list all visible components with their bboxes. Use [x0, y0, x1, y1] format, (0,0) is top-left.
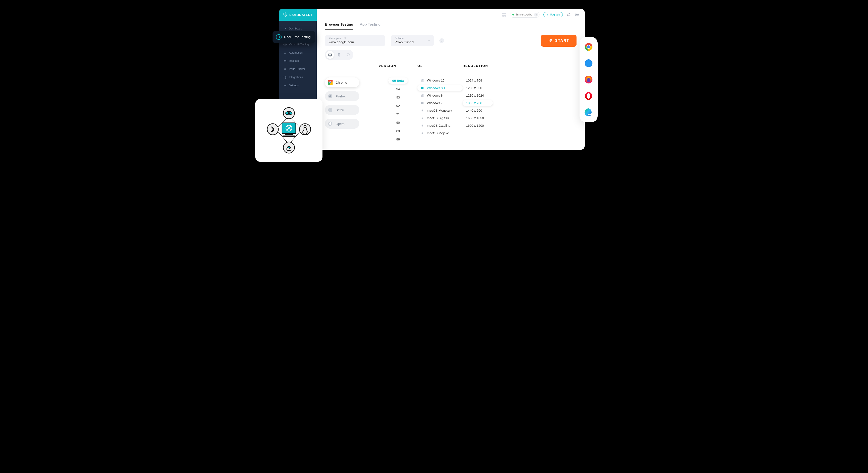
browser-pill-opera[interactable]: Opera [325, 119, 359, 129]
proxy-field-value: Proxy Tunnel [395, 40, 430, 44]
edge-icon[interactable] [584, 107, 593, 117]
sidebar-item-issue-tracker[interactable]: Issue Tracker [279, 65, 317, 73]
selection-grid: ChromeFirefoxSafariOpera 95 Beta94939291… [317, 72, 585, 150]
os-list: Windows 10Windows 8.1Windows 8Windows 7m… [417, 72, 463, 142]
os-item[interactable]: Windows 8.1 [417, 85, 463, 91]
version-item[interactable]: 92 [389, 103, 408, 109]
resolution-item[interactable]: 1280 x 1024 [463, 93, 493, 98]
os-item[interactable]: macOS Monetery [417, 107, 463, 113]
resolution-item[interactable]: 1440 x 900 [463, 107, 493, 113]
version-item[interactable]: 89 [389, 128, 408, 134]
sidebar-item-automation[interactable]: Automation [279, 48, 317, 57]
os-item[interactable]: macOS Catalina [417, 123, 463, 128]
sidebar-item-label: Testlogs [289, 59, 299, 62]
svg-point-17 [329, 95, 331, 97]
realtime-icon [276, 34, 282, 40]
resolution-item[interactable]: 1366 x 768 [463, 100, 493, 106]
tab-app-testing[interactable]: App Testing [360, 22, 381, 30]
brand-name: LAMBDATEST [289, 13, 312, 16]
os-item[interactable]: macOS Mojave [417, 130, 463, 136]
status-dot-icon [513, 14, 514, 15]
resolution-item[interactable]: 1680 x 1050 [463, 115, 493, 121]
svg-rect-11 [329, 54, 332, 56]
os-item[interactable]: Windows 10 [417, 77, 463, 83]
proxy-field[interactable]: Optional Proxy Tunnel [391, 35, 434, 46]
device-mobile[interactable] [335, 51, 343, 59]
version-item[interactable]: 93 [389, 94, 408, 100]
url-field[interactable]: Place your URL www.google.com [325, 35, 385, 46]
brand-logo[interactable]: LAMBDATEST [279, 9, 317, 21]
sidebar-active-flyout[interactable]: Real Time Testing [273, 31, 315, 43]
header-resolution: RESOLUTION [463, 64, 506, 68]
device-desktop[interactable] [326, 51, 334, 59]
svg-rect-34 [285, 134, 293, 135]
desktop-icon [328, 53, 332, 57]
os-item[interactable]: macOS Big Sur [417, 115, 463, 121]
bell-icon[interactable] [567, 12, 571, 17]
opera-icon [328, 121, 333, 127]
sidebar-item-testlogs[interactable]: Testlogs [279, 57, 317, 65]
os-item-label: Windows 8 [427, 94, 443, 97]
device-toggle [325, 50, 353, 60]
header-version: VERSION [379, 64, 417, 68]
tab-browser-testing[interactable]: Browser Testing [325, 22, 353, 30]
apple-icon [421, 124, 424, 127]
svg-point-39 [288, 112, 290, 114]
opera-icon[interactable] [584, 91, 593, 101]
os-item-label: macOS Big Sur [427, 116, 449, 120]
tunnels-status[interactable]: Tunnels Active 3 [510, 12, 539, 18]
sidebar-item-label: Issue Tracker [289, 68, 305, 71]
os-item-label: Windows 7 [427, 101, 443, 105]
sidebar-item-label: Integrations [289, 76, 303, 79]
safari-icon[interactable] [584, 59, 593, 68]
accessibility-diagram-icon [261, 105, 317, 156]
version-item[interactable]: 88 [389, 136, 408, 142]
chrome-icon[interactable] [584, 42, 593, 52]
profile-icon[interactable] [575, 12, 579, 17]
resolution-item[interactable]: 1280 x 800 [463, 85, 493, 91]
url-field-label: Place your URL [329, 37, 381, 40]
windows-icon [421, 87, 424, 90]
sidebar-item-integrations[interactable]: Integrations [279, 73, 317, 81]
version-item[interactable]: 90 [389, 120, 408, 126]
brand-logo-icon [283, 12, 288, 17]
column-headers: VERSION OS RESOLUTION [317, 62, 585, 72]
version-item[interactable]: 95 Beta [389, 77, 408, 84]
firefox-icon[interactable] [584, 75, 593, 84]
apps-grid-icon[interactable] [502, 13, 506, 16]
tunnels-count: 3 [534, 13, 538, 16]
start-button[interactable]: START [541, 35, 577, 47]
gauge-icon [283, 27, 287, 30]
browser-pill-safari[interactable]: Safari [325, 105, 359, 115]
svg-rect-6 [285, 77, 286, 78]
browser-pill-label: Chrome [336, 81, 347, 84]
svg-point-24 [587, 45, 590, 48]
accessibility-card [255, 99, 322, 162]
resolution-item[interactable]: 1600 x 1200 [463, 123, 493, 128]
help-icon[interactable]: ? [439, 38, 444, 43]
resolution-list: 1024 x 7681280 x 8001280 x 10241366 x 76… [463, 72, 506, 142]
gear-icon [283, 84, 287, 87]
upgrade-label: Upgrade [550, 13, 560, 16]
browser-pill-label: Firefox [336, 94, 345, 98]
version-item[interactable]: 91 [389, 111, 408, 117]
rocket-icon [548, 38, 553, 43]
browser-pill-chrome[interactable]: Chrome [325, 77, 359, 87]
resolution-item[interactable]: 1024 x 768 [463, 77, 493, 83]
robot-icon [283, 51, 287, 55]
flyout-label: Real Time Testing [284, 35, 311, 39]
svg-point-20 [329, 122, 331, 125]
os-item[interactable]: Windows 7 [417, 100, 463, 106]
device-history[interactable] [344, 51, 352, 59]
upgrade-button[interactable]: Upgrade [544, 12, 563, 17]
svg-point-30 [587, 78, 590, 82]
sidebar-item-settings[interactable]: Settings [279, 81, 317, 90]
sidebar-item-label: Automation [289, 51, 303, 54]
os-item-label: macOS Monetery [427, 109, 452, 112]
apple-icon [421, 109, 424, 112]
svg-point-9 [577, 13, 578, 14]
os-item[interactable]: Windows 8 [417, 93, 463, 98]
version-item[interactable]: 94 [389, 86, 408, 92]
browser-pill-firefox[interactable]: Firefox [325, 91, 359, 101]
tabs: Browser Testing App Testing [317, 21, 585, 30]
